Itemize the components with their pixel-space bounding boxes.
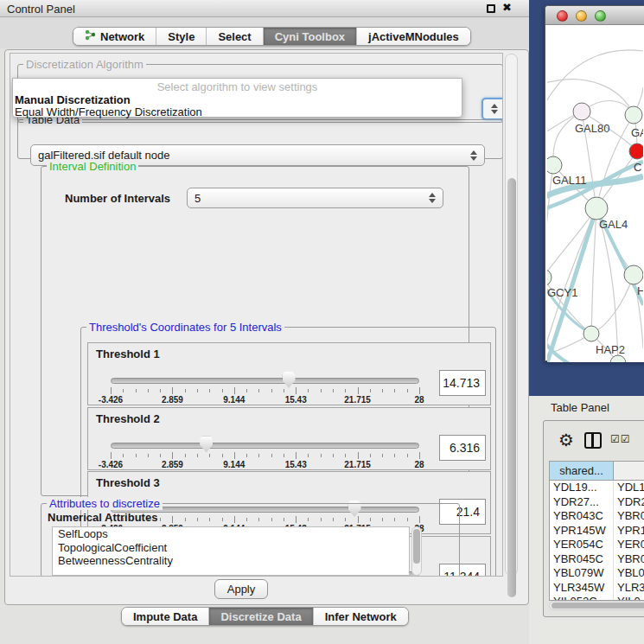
slider-thumb[interactable] bbox=[283, 372, 296, 388]
network-edge[interactable] bbox=[547, 50, 643, 103]
tab-network[interactable]: Network bbox=[73, 28, 156, 45]
table-row[interactable]: YLR345WYLR3 bbox=[550, 581, 644, 596]
table-cell: YBL0 bbox=[614, 566, 644, 581]
network-edge[interactable] bbox=[547, 208, 596, 277]
close-traffic-light-icon[interactable] bbox=[557, 10, 568, 22]
network-node[interactable] bbox=[573, 103, 590, 120]
network-node[interactable] bbox=[625, 106, 642, 124]
zoom-traffic-light-icon[interactable] bbox=[595, 10, 606, 22]
attribute-list-item[interactable]: SelfLoops bbox=[53, 527, 409, 541]
gear-icon[interactable]: ⚙ bbox=[558, 430, 574, 450]
algorithm-option[interactable]: Equal Width/Frequency Discretization bbox=[15, 105, 202, 118]
attribute-list-item[interactable]: BetweennessCentrality bbox=[53, 554, 409, 568]
number-of-intervals-label: Number of Intervals bbox=[65, 192, 170, 205]
table-cell: YBR0 bbox=[614, 552, 644, 567]
attributes-group: Attributes to discretize Numerical Attri… bbox=[41, 503, 460, 577]
table-horizontal-scrollbar[interactable] bbox=[549, 601, 644, 610]
tab-style[interactable]: Style bbox=[156, 28, 207, 45]
attribute-list-item[interactable]: TopologicalCoefficient bbox=[53, 541, 409, 555]
scale-label: 21.715 bbox=[344, 395, 371, 405]
panel-title: Control Panel bbox=[7, 3, 75, 16]
table-cell: YDR2 bbox=[614, 495, 644, 510]
thresholds-group-title: Threshold's Coordinates for 5 Intervals bbox=[86, 321, 284, 334]
panel-scrollbar[interactable] bbox=[505, 54, 518, 576]
network-node-label: GAL11 bbox=[552, 174, 587, 187]
scale-label: 28 bbox=[414, 395, 424, 405]
slider-ticks bbox=[111, 452, 419, 460]
tab-discretize-data[interactable]: Discretize Data bbox=[209, 608, 313, 625]
algorithm-option[interactable]: Manual Discretization bbox=[15, 93, 131, 106]
table-row[interactable]: YIL052CYIL0 bbox=[550, 595, 644, 601]
close-icon[interactable]: ✖ bbox=[502, 1, 512, 14]
algorithm-popup-hint: Select algorithm to view settings bbox=[13, 80, 462, 93]
column-header-name[interactable]: n bbox=[614, 462, 644, 480]
table-row[interactable]: YER054CYER0 bbox=[550, 538, 644, 552]
table-row[interactable]: YDR27...YDR2 bbox=[550, 495, 644, 510]
table-row[interactable]: YBR043CYBR0 bbox=[550, 509, 644, 524]
table-cell: YDL1 bbox=[614, 481, 644, 495]
bottom-tabbar: Impute DataDiscretize DataInfer Network bbox=[121, 607, 409, 626]
threshold-label: Threshold 1 bbox=[96, 348, 160, 360]
scale-label: 2.859 bbox=[162, 460, 183, 469]
slider-track[interactable] bbox=[111, 378, 419, 384]
checkbox-columns-icon[interactable]: ☑☑ bbox=[610, 433, 631, 445]
threshold-label: Threshold 2 bbox=[96, 412, 160, 425]
tab-impute-data[interactable]: Impute Data bbox=[122, 608, 209, 625]
node-table[interactable]: shared...n YDL19...YDL1YDR27...YDR2YBR04… bbox=[549, 461, 644, 601]
network-node-label: GAL80 bbox=[575, 122, 609, 135]
network-node[interactable] bbox=[583, 326, 599, 341]
tab-label: Infer Network bbox=[325, 610, 397, 623]
panel-scrollbar-thumb[interactable] bbox=[507, 178, 516, 597]
network-node[interactable] bbox=[624, 265, 643, 284]
minimize-traffic-light-icon[interactable] bbox=[576, 10, 587, 22]
split-view-icon[interactable] bbox=[584, 432, 602, 449]
table-cell: YIL052C bbox=[550, 595, 614, 601]
table-cell: YBR0 bbox=[614, 509, 644, 524]
tab-label: Style bbox=[168, 30, 194, 43]
table-row[interactable]: YBL079WYBL0 bbox=[550, 566, 644, 581]
threshold-value-field[interactable]: 14.713 bbox=[439, 370, 486, 396]
column-header-shared-name[interactable]: shared... bbox=[550, 462, 614, 480]
network-canvas[interactable]: GAL80GACGAL11GAL4GCY1HHAP2 bbox=[547, 25, 644, 362]
scale-label: -3.426 bbox=[99, 460, 123, 469]
slider-thumb[interactable] bbox=[200, 437, 213, 453]
network-node[interactable] bbox=[629, 143, 643, 159]
table-row[interactable]: YBR045CYBR0 bbox=[550, 552, 644, 567]
network-window-titlebar[interactable] bbox=[545, 6, 644, 25]
slider-track[interactable] bbox=[111, 443, 419, 449]
attributes-group-title: Attributes to discretize bbox=[47, 497, 163, 510]
network-view-window[interactable]: GAL80GACGAL11GAL4GCY1HHAP2 bbox=[545, 5, 644, 361]
network-node[interactable] bbox=[585, 197, 608, 220]
network-node-label: C bbox=[634, 161, 641, 174]
numerical-attributes-list[interactable]: SelfLoopsTopologicalCoefficientBetweenne… bbox=[52, 526, 410, 576]
cyni-toolbox-panel: Discretization Algorithm Table Data galF… bbox=[4, 49, 529, 605]
tab-label: Select bbox=[218, 30, 251, 43]
apply-button[interactable]: Apply bbox=[214, 579, 268, 599]
tab-label: Cyni Toolbox bbox=[275, 30, 345, 43]
network-node-label: GAL4 bbox=[599, 218, 628, 231]
table-panel-title: Table Panel bbox=[551, 401, 609, 414]
table-cell: YBL079W bbox=[550, 566, 614, 581]
desktop-background: GAL80GACGAL11GAL4GCY1HHAP2 bbox=[529, 0, 644, 396]
tab-infer-network[interactable]: Infer Network bbox=[314, 608, 408, 625]
slider-scale-labels: -3.4262.8599.14415.4321.71528 bbox=[111, 395, 419, 405]
control-panel: Control Panel ✖ NetworkStyleSelectCyni T… bbox=[0, 0, 534, 644]
tab-jactivemnodules[interactable]: jActiveMNodules bbox=[357, 28, 470, 45]
attributes-list-scrollbar[interactable] bbox=[411, 526, 422, 576]
tab-select[interactable]: Select bbox=[207, 28, 263, 45]
float-window-icon[interactable] bbox=[487, 4, 495, 13]
network-node[interactable] bbox=[547, 156, 562, 174]
network-node-label: GCY1 bbox=[547, 286, 577, 299]
table-row[interactable]: YDL19...YDL1 bbox=[550, 481, 644, 495]
network-icon bbox=[85, 29, 96, 43]
table-row[interactable]: YPR145WYPR1 bbox=[550, 524, 644, 539]
network-node[interactable] bbox=[547, 269, 552, 286]
algorithm-combobox[interactable] bbox=[481, 98, 503, 120]
threshold-value-field[interactable]: 6.316 bbox=[439, 435, 486, 461]
tab-cyni-toolbox[interactable]: Cyni Toolbox bbox=[264, 28, 357, 45]
table-cell: YPR145W bbox=[550, 524, 614, 539]
tab-label: jActiveMNodules bbox=[368, 30, 459, 43]
number-of-intervals-select[interactable]: 5 bbox=[187, 188, 443, 208]
chevron-up-down-icon bbox=[470, 150, 477, 161]
top-tabbar: NetworkStyleSelectCyni ToolboxjActiveMNo… bbox=[73, 27, 471, 46]
